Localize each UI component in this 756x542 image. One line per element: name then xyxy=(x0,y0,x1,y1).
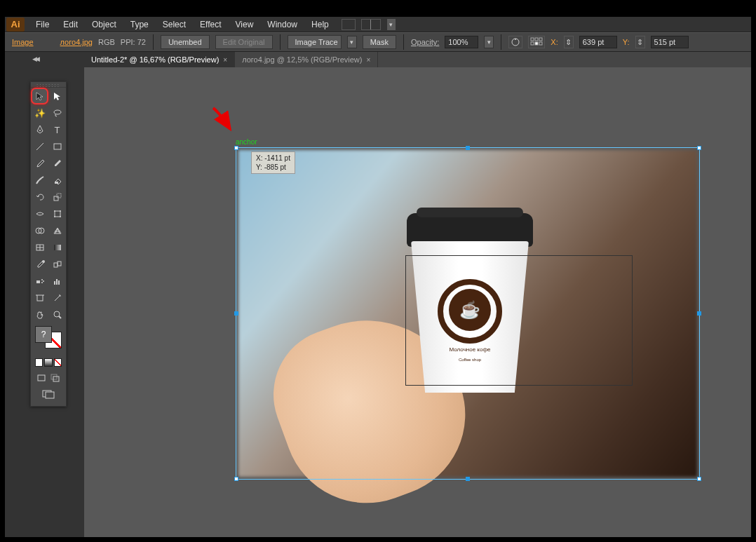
svg-rect-3 xyxy=(535,38,538,41)
selection-box[interactable] xyxy=(236,147,700,480)
svg-rect-29 xyxy=(36,280,40,283)
menu-type[interactable]: Type xyxy=(123,17,156,32)
draw-normal-icon[interactable] xyxy=(35,372,48,384)
color-mode-solid[interactable] xyxy=(35,358,43,367)
ai-logo-icon: Ai xyxy=(6,18,25,32)
zoom-tool[interactable] xyxy=(48,306,66,323)
y-input[interactable] xyxy=(651,36,689,48)
svg-point-1 xyxy=(515,39,516,40)
mesh-tool[interactable] xyxy=(31,239,48,256)
selection-handle-tm[interactable] xyxy=(466,146,470,150)
coord-tooltip: X: -1411 pt Y: -885 pt xyxy=(251,151,295,174)
free-transform-tool[interactable] xyxy=(48,205,66,222)
y-link-icon[interactable]: ⇕ xyxy=(635,36,645,48)
color-mode-label: RGB xyxy=(98,38,115,46)
svg-point-18 xyxy=(54,216,55,217)
document-tab-bar: Untitled-2* @ 16,67% (RGB/Preview) × лог… xyxy=(84,52,751,67)
perspective-grid-tool[interactable] xyxy=(48,222,66,239)
pencil-tool[interactable] xyxy=(48,155,66,172)
svg-point-26 xyxy=(42,260,45,263)
tab-logo4[interactable]: лого4.jpg @ 12,5% (RGB/Preview) × xyxy=(235,52,378,67)
shape-builder-tool[interactable] xyxy=(31,222,48,239)
selection-handle-ml[interactable] xyxy=(234,311,238,316)
selection-handle-bm[interactable] xyxy=(466,477,470,481)
menu-object[interactable]: Object xyxy=(85,17,123,32)
opacity-label: Opacity: xyxy=(411,38,439,46)
svg-point-30 xyxy=(41,279,43,280)
eyedropper-tool[interactable] xyxy=(31,256,48,273)
menu-effect[interactable]: Effect xyxy=(193,17,228,32)
lasso-tool[interactable] xyxy=(48,104,66,121)
direct-selection-tool[interactable] xyxy=(48,88,66,104)
selection-tool[interactable] xyxy=(31,88,48,104)
selection-handle-mr[interactable] xyxy=(697,311,701,316)
pen-tool[interactable] xyxy=(31,121,48,138)
draw-behind-icon[interactable] xyxy=(49,372,62,384)
tab-untitled[interactable]: Untitled-2* @ 16,67% (RGB/Preview) × xyxy=(84,52,235,67)
screen-mode-icon[interactable] xyxy=(40,388,57,400)
linked-file-name[interactable]: лого4.jpg xyxy=(60,38,93,46)
anchor-label: anchor xyxy=(236,138,257,146)
image-trace-button[interactable]: Image Trace xyxy=(288,35,342,49)
fill-stroke-swatches[interactable]: ? xyxy=(35,326,63,351)
line-tool[interactable] xyxy=(31,138,48,155)
selection-handle-tr[interactable] xyxy=(697,146,701,150)
artboard-tool[interactable] xyxy=(31,290,48,306)
eraser-tool[interactable] xyxy=(48,172,66,189)
unembed-button[interactable]: Unembed xyxy=(161,35,210,49)
svg-rect-35 xyxy=(58,280,60,285)
opacity-input[interactable] xyxy=(445,36,478,48)
panel-drag-handle[interactable]: :::::::: xyxy=(31,82,66,88)
width-tool[interactable] xyxy=(31,205,48,222)
svg-point-17 xyxy=(60,210,61,212)
tools-panel: :::::::: ✨ T xyxy=(30,81,67,407)
blob-brush-tool[interactable] xyxy=(31,172,48,189)
registration-point-icon[interactable] xyxy=(528,36,545,48)
x-input[interactable] xyxy=(579,36,617,48)
color-mode-gradient[interactable] xyxy=(44,358,52,367)
recolor-icon[interactable] xyxy=(508,36,522,48)
opacity-dropdown[interactable] xyxy=(484,36,494,48)
menu-view[interactable]: View xyxy=(229,17,261,32)
selection-handle-br[interactable] xyxy=(697,477,701,481)
panel-collapse-icon[interactable] xyxy=(30,53,40,65)
fill-swatch[interactable]: ? xyxy=(35,326,52,343)
arrange-dropdown[interactable] xyxy=(386,18,396,31)
annotation-arrow-icon xyxy=(210,105,238,135)
bridge-icon[interactable] xyxy=(342,19,356,30)
svg-rect-11 xyxy=(54,144,61,149)
svg-rect-28 xyxy=(58,262,61,266)
svg-rect-14 xyxy=(57,194,61,198)
slice-tool[interactable] xyxy=(48,290,66,306)
column-graph-tool[interactable] xyxy=(48,273,66,290)
image-trace-dropdown[interactable] xyxy=(347,36,357,48)
edit-original-button[interactable]: Edit Original xyxy=(215,35,273,49)
x-link-icon[interactable]: ⇕ xyxy=(564,36,574,48)
close-icon[interactable]: × xyxy=(223,56,227,64)
arrange-docs-icon[interactable] xyxy=(361,19,381,30)
color-mode-none[interactable] xyxy=(54,358,62,367)
hand-tool[interactable] xyxy=(31,306,48,323)
menu-edit[interactable]: Edit xyxy=(56,17,85,32)
selection-handle-tl[interactable] xyxy=(234,146,238,150)
gradient-tool[interactable] xyxy=(48,239,66,256)
magic-wand-tool[interactable]: ✨ xyxy=(31,104,48,121)
selection-handle-bl[interactable] xyxy=(234,477,238,481)
menu-help[interactable]: Help xyxy=(304,17,336,32)
ppi-label: PPI: 72 xyxy=(121,38,146,46)
symbol-sprayer-tool[interactable] xyxy=(31,273,48,290)
menu-select[interactable]: Select xyxy=(156,17,193,32)
svg-rect-5 xyxy=(531,42,534,45)
paintbrush-tool[interactable] xyxy=(31,155,48,172)
scale-tool[interactable] xyxy=(48,189,66,205)
close-icon[interactable]: × xyxy=(366,56,370,64)
type-tool[interactable]: T xyxy=(48,121,66,138)
mask-button[interactable]: Mask xyxy=(363,35,396,49)
blend-tool[interactable] xyxy=(48,256,66,273)
menu-file[interactable]: File xyxy=(29,17,56,32)
rectangle-tool[interactable] xyxy=(48,138,66,155)
svg-rect-7 xyxy=(539,42,542,45)
rotate-tool[interactable] xyxy=(31,189,48,205)
menu-window[interactable]: Window xyxy=(260,17,304,32)
canvas-workspace[interactable]: ☕ Молочное кофе Coffee shop anchor X: -1… xyxy=(84,67,751,537)
